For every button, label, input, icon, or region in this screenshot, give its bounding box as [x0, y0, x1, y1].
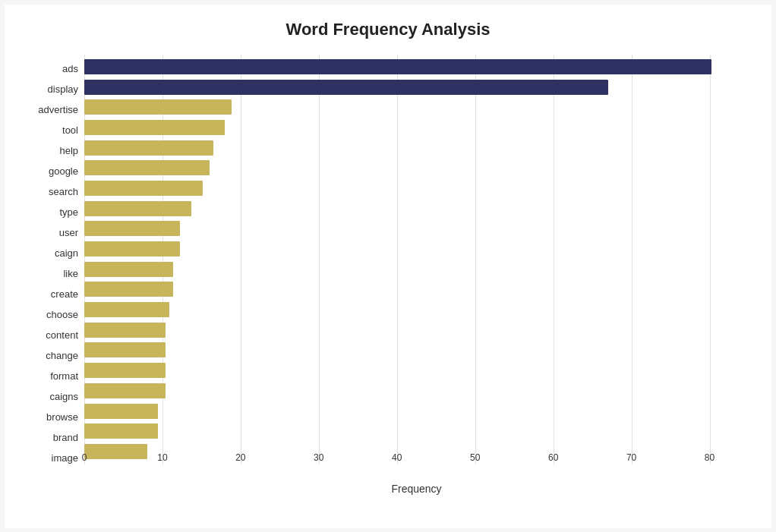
x-tick: 40 — [392, 452, 402, 463]
bar-help — [84, 140, 213, 156]
x-tick: 0 — [82, 452, 87, 463]
bar-row — [84, 239, 749, 259]
bar-row — [84, 57, 749, 77]
bar-display — [84, 80, 608, 95]
bar-row — [84, 340, 749, 360]
y-label: create — [51, 284, 78, 304]
bar-google — [84, 160, 210, 175]
y-label: content — [46, 325, 78, 345]
bars-column — [84, 55, 749, 464]
bar-like — [84, 262, 173, 277]
bar-row — [84, 178, 749, 198]
bar-caign — [84, 241, 180, 257]
chart-container: Word Frequency Analysis adsdisplayadvert… — [5, 5, 771, 528]
bar-tool — [84, 120, 225, 135]
bar-row — [84, 260, 749, 279]
x-tick: 20 — [235, 452, 245, 463]
chart-area: adsdisplayadvertisetoolhelpgooglesearcht… — [27, 55, 749, 495]
bar-row — [84, 279, 749, 299]
y-label: tool — [62, 120, 78, 140]
x-tick: 10 — [157, 452, 167, 463]
bar-row — [84, 320, 749, 340]
bar-create — [84, 282, 173, 297]
y-label: image — [52, 448, 78, 467]
bar-user — [84, 221, 180, 236]
y-label: browse — [46, 407, 78, 427]
y-label: google — [49, 161, 78, 181]
bar-row — [84, 381, 749, 401]
bar-row — [84, 199, 749, 219]
y-label: change — [46, 345, 78, 365]
bar-row — [84, 77, 749, 97]
y-label: brand — [53, 427, 78, 447]
y-label: format — [50, 366, 78, 386]
x-tick: 70 — [626, 452, 636, 463]
bar-row — [84, 219, 749, 238]
bar-change — [84, 342, 166, 357]
y-label: user — [59, 222, 78, 242]
bar-ads — [84, 59, 711, 74]
x-tick: 80 — [705, 452, 714, 463]
x-axis: 01020304050607080 Frequency — [84, 449, 749, 495]
y-label: like — [63, 263, 78, 283]
y-label: choose — [46, 304, 78, 324]
bar-content — [84, 323, 166, 338]
chart-title: Word Frequency Analysis — [27, 20, 749, 39]
bar-type — [84, 201, 191, 216]
bar-row — [84, 118, 749, 137]
bar-row — [84, 300, 749, 320]
bar-row — [84, 401, 749, 421]
y-label: ads — [62, 58, 78, 78]
x-tick: 50 — [470, 452, 480, 463]
x-axis-label: Frequency — [84, 483, 749, 495]
x-tick: 30 — [314, 452, 323, 463]
bar-row — [84, 138, 749, 158]
bar-row — [84, 97, 749, 117]
y-axis: adsdisplayadvertisetoolhelpgooglesearcht… — [27, 58, 84, 468]
y-label: search — [49, 181, 78, 201]
bar-row — [84, 360, 749, 380]
bar-search — [84, 181, 203, 196]
y-label: type — [59, 202, 78, 222]
y-label: display — [48, 79, 78, 99]
bar-brand — [84, 423, 158, 439]
bars-and-grid: 01020304050607080 Frequency — [84, 55, 749, 464]
x-tick: 60 — [548, 452, 558, 463]
y-label: caign — [55, 243, 78, 263]
bar-format — [84, 363, 166, 378]
bar-row — [84, 421, 749, 441]
y-label: caigns — [49, 386, 78, 406]
bar-caigns — [84, 383, 166, 398]
bar-advertise — [84, 99, 232, 115]
bar-choose — [84, 302, 169, 317]
bar-row — [84, 158, 749, 178]
y-label: help — [59, 140, 78, 160]
bar-browse — [84, 404, 158, 419]
y-label: advertise — [38, 99, 78, 119]
